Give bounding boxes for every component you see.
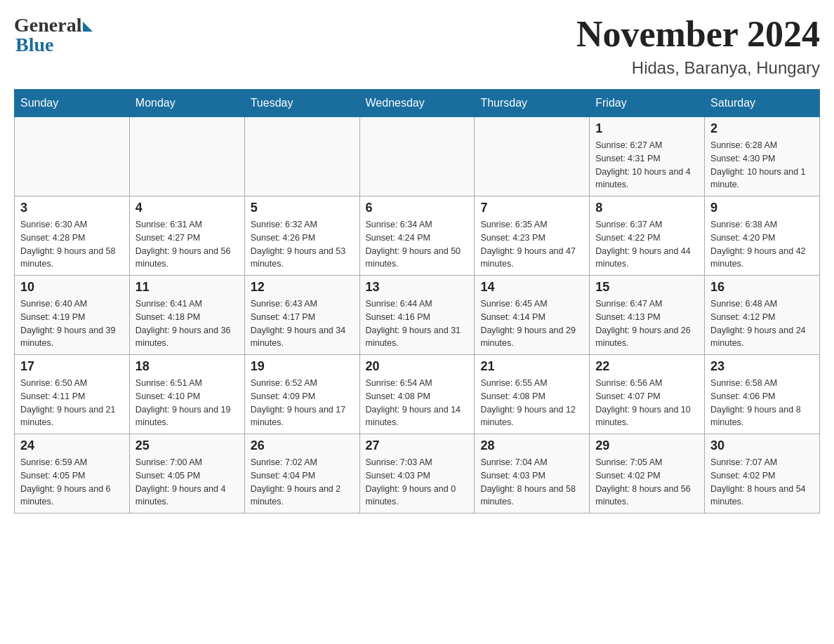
calendar-cell: 10Sunrise: 6:40 AMSunset: 4:19 PMDayligh… <box>15 276 130 355</box>
day-info: Sunrise: 6:34 AMSunset: 4:24 PMDaylight:… <box>366 218 469 271</box>
calendar-cell <box>129 117 244 196</box>
day-number: 14 <box>480 280 583 295</box>
day-number: 15 <box>595 280 699 295</box>
day-info: Sunrise: 6:43 AMSunset: 4:17 PMDaylight:… <box>251 297 354 350</box>
calendar-cell: 28Sunrise: 7:04 AMSunset: 4:03 PMDayligh… <box>475 434 590 514</box>
day-number: 28 <box>480 438 583 453</box>
day-info: Sunrise: 6:38 AMSunset: 4:20 PMDaylight:… <box>710 218 814 271</box>
day-info: Sunrise: 6:56 AMSunset: 4:07 PMDaylight:… <box>595 377 699 429</box>
day-info: Sunrise: 6:40 AMSunset: 4:19 PMDaylight:… <box>20 297 124 350</box>
calendar-header-sunday: Sunday <box>15 90 130 117</box>
calendar-table: SundayMondayTuesdayWednesdayThursdayFrid… <box>14 89 820 514</box>
day-number: 22 <box>595 359 699 374</box>
calendar-cell: 2Sunrise: 6:28 AMSunset: 4:30 PMDaylight… <box>705 117 820 196</box>
calendar-cell <box>15 117 130 196</box>
calendar-cell: 27Sunrise: 7:03 AMSunset: 4:03 PMDayligh… <box>359 434 475 514</box>
calendar-week-2: 3Sunrise: 6:30 AMSunset: 4:28 PMDaylight… <box>15 196 820 276</box>
calendar-header-monday: Monday <box>129 90 244 117</box>
day-number: 30 <box>710 438 814 453</box>
calendar-cell: 5Sunrise: 6:32 AMSunset: 4:26 PMDaylight… <box>244 196 359 276</box>
day-number: 11 <box>135 280 239 295</box>
day-number: 4 <box>135 201 239 215</box>
calendar-cell: 9Sunrise: 6:38 AMSunset: 4:20 PMDaylight… <box>705 196 820 276</box>
calendar-header-saturday: Saturday <box>705 90 820 117</box>
day-number: 18 <box>135 359 239 374</box>
day-number: 23 <box>710 359 814 374</box>
day-info: Sunrise: 6:37 AMSunset: 4:22 PMDaylight:… <box>595 218 699 271</box>
logo: General Blue <box>14 14 93 56</box>
calendar-cell: 6Sunrise: 6:34 AMSunset: 4:24 PMDaylight… <box>359 196 475 276</box>
title-section: November 2024 Hidas, Baranya, Hungary <box>576 14 820 78</box>
calendar-cell: 25Sunrise: 7:00 AMSunset: 4:05 PMDayligh… <box>129 434 244 514</box>
calendar-cell: 11Sunrise: 6:41 AMSunset: 4:18 PMDayligh… <box>129 276 244 355</box>
day-number: 6 <box>366 201 469 215</box>
day-info: Sunrise: 6:47 AMSunset: 4:13 PMDaylight:… <box>595 297 699 350</box>
calendar-cell: 22Sunrise: 6:56 AMSunset: 4:07 PMDayligh… <box>590 355 705 434</box>
calendar-week-1: 1Sunrise: 6:27 AMSunset: 4:31 PMDaylight… <box>15 117 820 196</box>
day-info: Sunrise: 6:59 AMSunset: 4:05 PMDaylight:… <box>20 456 124 509</box>
day-info: Sunrise: 7:00 AMSunset: 4:05 PMDaylight:… <box>135 456 239 509</box>
calendar-cell: 23Sunrise: 6:58 AMSunset: 4:06 PMDayligh… <box>705 355 820 434</box>
calendar-cell: 12Sunrise: 6:43 AMSunset: 4:17 PMDayligh… <box>244 276 359 355</box>
day-number: 5 <box>251 201 354 215</box>
day-info: Sunrise: 6:44 AMSunset: 4:16 PMDaylight:… <box>366 297 469 350</box>
day-info: Sunrise: 6:30 AMSunset: 4:28 PMDaylight:… <box>20 218 124 271</box>
day-number: 16 <box>710 280 814 295</box>
calendar-week-4: 17Sunrise: 6:50 AMSunset: 4:11 PMDayligh… <box>15 355 820 434</box>
day-info: Sunrise: 6:48 AMSunset: 4:12 PMDaylight:… <box>710 297 814 350</box>
day-info: Sunrise: 6:50 AMSunset: 4:11 PMDaylight:… <box>20 377 124 429</box>
day-info: Sunrise: 6:31 AMSunset: 4:27 PMDaylight:… <box>135 218 239 271</box>
day-info: Sunrise: 6:45 AMSunset: 4:14 PMDaylight:… <box>480 297 583 350</box>
calendar-cell: 21Sunrise: 6:55 AMSunset: 4:08 PMDayligh… <box>475 355 590 434</box>
day-number: 10 <box>20 280 124 295</box>
day-info: Sunrise: 7:03 AMSunset: 4:03 PMDaylight:… <box>366 456 469 509</box>
page-header: General Blue November 2024 Hidas, Barany… <box>14 14 820 78</box>
calendar-week-5: 24Sunrise: 6:59 AMSunset: 4:05 PMDayligh… <box>15 434 820 514</box>
day-info: Sunrise: 6:51 AMSunset: 4:10 PMDaylight:… <box>135 377 239 429</box>
calendar-cell: 24Sunrise: 6:59 AMSunset: 4:05 PMDayligh… <box>15 434 130 514</box>
day-number: 19 <box>251 359 354 374</box>
calendar-cell: 19Sunrise: 6:52 AMSunset: 4:09 PMDayligh… <box>244 355 359 434</box>
day-info: Sunrise: 6:32 AMSunset: 4:26 PMDaylight:… <box>251 218 354 271</box>
logo-text-blue: Blue <box>15 34 93 56</box>
day-number: 1 <box>595 121 699 136</box>
day-number: 12 <box>251 280 354 295</box>
day-info: Sunrise: 7:02 AMSunset: 4:04 PMDaylight:… <box>251 456 354 509</box>
day-number: 17 <box>20 359 124 374</box>
day-info: Sunrise: 6:41 AMSunset: 4:18 PMDaylight:… <box>135 297 239 350</box>
logo-arrow-icon <box>83 22 93 32</box>
day-info: Sunrise: 6:54 AMSunset: 4:08 PMDaylight:… <box>366 377 469 429</box>
day-info: Sunrise: 7:07 AMSunset: 4:02 PMDaylight:… <box>710 456 814 509</box>
calendar-cell: 30Sunrise: 7:07 AMSunset: 4:02 PMDayligh… <box>705 434 820 514</box>
month-title: November 2024 <box>576 14 820 54</box>
day-info: Sunrise: 7:04 AMSunset: 4:03 PMDaylight:… <box>480 456 583 509</box>
day-number: 27 <box>366 438 469 453</box>
calendar-cell: 3Sunrise: 6:30 AMSunset: 4:28 PMDaylight… <box>15 196 130 276</box>
day-number: 7 <box>480 201 583 215</box>
day-info: Sunrise: 7:05 AMSunset: 4:02 PMDaylight:… <box>595 456 699 509</box>
day-info: Sunrise: 6:58 AMSunset: 4:06 PMDaylight:… <box>710 377 814 429</box>
day-info: Sunrise: 6:27 AMSunset: 4:31 PMDaylight:… <box>595 139 699 192</box>
location-title: Hidas, Baranya, Hungary <box>576 58 820 78</box>
calendar-week-3: 10Sunrise: 6:40 AMSunset: 4:19 PMDayligh… <box>15 276 820 355</box>
day-info: Sunrise: 6:52 AMSunset: 4:09 PMDaylight:… <box>251 377 354 429</box>
calendar-cell: 7Sunrise: 6:35 AMSunset: 4:23 PMDaylight… <box>475 196 590 276</box>
calendar-cell: 8Sunrise: 6:37 AMSunset: 4:22 PMDaylight… <box>590 196 705 276</box>
calendar-header-friday: Friday <box>590 90 705 117</box>
day-number: 2 <box>710 121 814 136</box>
day-number: 24 <box>20 438 124 453</box>
calendar-cell: 26Sunrise: 7:02 AMSunset: 4:04 PMDayligh… <box>244 434 359 514</box>
calendar-cell: 29Sunrise: 7:05 AMSunset: 4:02 PMDayligh… <box>590 434 705 514</box>
calendar-header-tuesday: Tuesday <box>244 90 359 117</box>
calendar-cell: 4Sunrise: 6:31 AMSunset: 4:27 PMDaylight… <box>129 196 244 276</box>
day-number: 20 <box>366 359 469 374</box>
calendar-cell: 13Sunrise: 6:44 AMSunset: 4:16 PMDayligh… <box>359 276 475 355</box>
calendar-header-wednesday: Wednesday <box>359 90 475 117</box>
calendar-cell: 1Sunrise: 6:27 AMSunset: 4:31 PMDaylight… <box>590 117 705 196</box>
day-number: 9 <box>710 201 814 215</box>
calendar-header-thursday: Thursday <box>475 90 590 117</box>
day-number: 25 <box>135 438 239 453</box>
calendar-cell <box>359 117 475 196</box>
calendar-cell: 18Sunrise: 6:51 AMSunset: 4:10 PMDayligh… <box>129 355 244 434</box>
day-number: 26 <box>251 438 354 453</box>
